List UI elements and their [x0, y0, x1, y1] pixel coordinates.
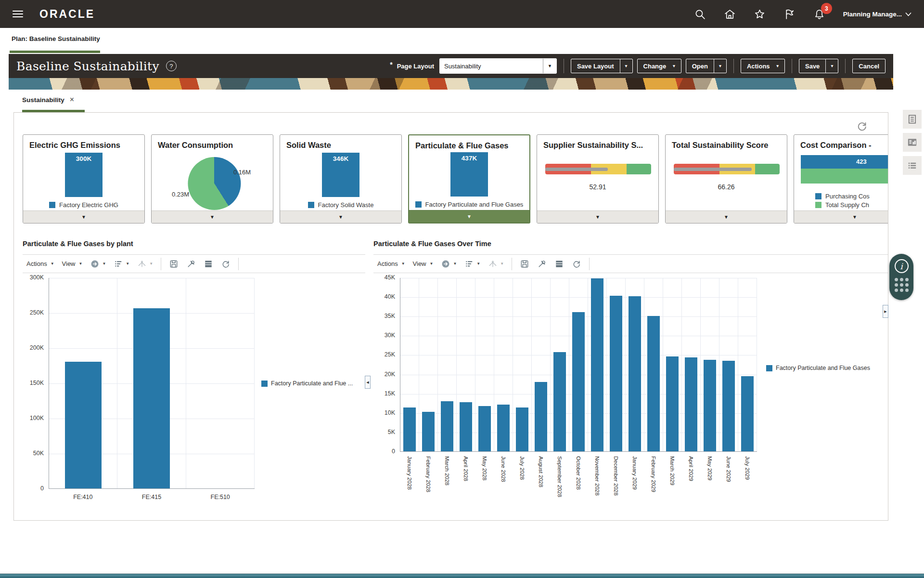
actions-menu[interactable]: Actions▼: [377, 260, 405, 267]
close-icon[interactable]: ×: [70, 96, 74, 104]
view-menu[interactable]: View▼: [62, 260, 83, 267]
card-expand-button[interactable]: ▼: [409, 210, 529, 223]
info-icon[interactable]: i: [895, 259, 909, 273]
divider: [589, 258, 590, 270]
chart-column: [475, 278, 494, 451]
kpi-card-solid-waste[interactable]: Solid Waste346KFactory Solid Waste▼: [280, 134, 402, 223]
kpi-card-particulate-flue-gases[interactable]: Particulate & Flue Gases437KFactory Part…: [408, 134, 530, 223]
page-layout-select[interactable]: Sustainability ▼: [439, 58, 557, 74]
table-view-icon[interactable]: [554, 259, 564, 269]
kpi-card-electric-ghg-emissions[interactable]: Electric GHG Emissions300KFactory Electr…: [23, 134, 145, 223]
card-expand-button[interactable]: ▼: [537, 210, 658, 223]
kpi-card-cost-comparison[interactable]: Cost Comparison - 423Purchasing CosTotal…: [794, 134, 888, 223]
actions-button[interactable]: Actions ▼: [741, 59, 785, 73]
menu-icon[interactable]: [13, 11, 23, 17]
view-menu[interactable]: View▼: [413, 260, 434, 267]
kpi-card-total-sustainability-score[interactable]: Total Sustainability Score66.26▼: [665, 134, 787, 223]
y-axis-tick: 0: [373, 448, 395, 455]
card-chart: 0.16M0.23M: [152, 156, 273, 195]
pie-slice-label: 0.23M: [172, 191, 189, 198]
x-axis-tick: March 2029: [663, 453, 682, 512]
home-icon[interactable]: [724, 8, 736, 20]
data-bar: [460, 402, 472, 451]
global-header: ORACLE 3 Planning Manage...: [0, 0, 924, 28]
refresh-icon[interactable]: [856, 120, 868, 132]
save-layout-button[interactable]: Save Layout ▼: [571, 59, 633, 73]
card-expand-button[interactable]: ▼: [152, 210, 273, 223]
notifications-bell-icon[interactable]: 3: [813, 8, 826, 20]
bar-value-label: 423: [856, 158, 867, 165]
sort-bars-icon[interactable]: ▼: [114, 259, 129, 269]
open-button[interactable]: Open ▼: [686, 59, 727, 73]
x-axis-tick: June 2029: [719, 453, 738, 512]
tab-sustainability[interactable]: Sustainability ×: [22, 96, 74, 104]
tools-icon[interactable]: [186, 259, 196, 269]
save-disk-icon[interactable]: [169, 259, 179, 269]
open-dropdown-icon[interactable]: ▼: [714, 59, 726, 73]
divider: [733, 59, 734, 73]
actions-menu[interactable]: Actions▼: [26, 260, 54, 267]
keypad-icon[interactable]: [895, 278, 909, 292]
kpi-card-supplier-sustainability-score[interactable]: Supplier Sustainability S...52.91▼: [537, 134, 659, 223]
chevron-down-icon: ▼: [338, 215, 343, 220]
page-view-icon[interactable]: [903, 110, 922, 129]
page-layout-dropdown-icon[interactable]: ▼: [543, 59, 556, 73]
chart-column: [551, 278, 569, 451]
drill-icon[interactable]: ▼: [441, 259, 457, 269]
cancel-button[interactable]: Cancel: [852, 59, 886, 73]
card-title: Cost Comparison -: [794, 135, 888, 150]
dashboard-view-icon[interactable]: [903, 133, 922, 152]
pie-chart: [188, 157, 241, 210]
x-axis-tick: May 2029: [701, 453, 719, 512]
card-expand-button[interactable]: ▼: [794, 210, 888, 223]
x-axis-tick: February 2029: [644, 453, 663, 512]
splitter-collapse-right[interactable]: ▶: [883, 305, 888, 318]
card-expand-button[interactable]: ▼: [666, 210, 787, 223]
splitter-collapse-left[interactable]: ◀: [365, 376, 371, 389]
search-icon[interactable]: [694, 8, 706, 20]
data-bar: 437K: [450, 152, 488, 197]
change-button[interactable]: Change ▼: [637, 59, 681, 73]
watchlist-flag-icon[interactable]: [783, 8, 796, 20]
oracle-logo[interactable]: ORACLE: [39, 8, 95, 21]
x-axis-tick-label: May 2029: [707, 456, 713, 481]
legend-label: Factory Particulate and Flue Gases: [776, 365, 870, 371]
side-view-rail: [903, 110, 922, 175]
x-axis-tick: August 2028: [531, 453, 550, 512]
page-layout-value[interactable]: Sustainability: [440, 59, 543, 73]
refresh-icon[interactable]: [572, 259, 581, 269]
data-bar: [610, 296, 622, 451]
gauge-meter: [674, 164, 780, 174]
user-menu[interactable]: Planning Manage...: [843, 11, 911, 18]
chart-column: [738, 278, 757, 451]
x-axis-tick: September 2028: [550, 453, 569, 512]
kpi-card-water-consumption[interactable]: Water Consumption0.16M0.23M▼: [151, 134, 273, 223]
gauge-needle: [674, 168, 752, 171]
list-view-icon[interactable]: [903, 156, 922, 175]
favorites-star-icon[interactable]: [754, 8, 766, 20]
save-layout-dropdown-icon[interactable]: ▼: [620, 59, 632, 73]
card-legend: Factory Electric GHG: [23, 201, 144, 209]
x-axis-tick-label: April 2029: [688, 456, 694, 481]
legend-swatch: [261, 381, 268, 387]
y-axis-tick: 40K: [373, 293, 395, 300]
card-expand-button[interactable]: ▼: [23, 210, 144, 223]
refresh-icon[interactable]: [221, 259, 231, 269]
data-bar: [666, 356, 679, 451]
chevron-down-icon: ▼: [776, 64, 784, 68]
x-axis-tick-label: February 2028: [425, 456, 431, 492]
tools-icon[interactable]: [537, 259, 547, 269]
drill-icon[interactable]: ▼: [90, 259, 106, 269]
save-dropdown-icon[interactable]: ▼: [825, 59, 838, 73]
help-icon[interactable]: ?: [166, 61, 177, 71]
table-view-icon[interactable]: [204, 259, 213, 269]
legend-swatch: [766, 365, 772, 371]
sort-bars-icon[interactable]: ▼: [464, 259, 480, 269]
chart-over-time: 45K40K35K30K25K20K15K10K5K0January 2028F…: [373, 275, 888, 519]
y-axis-tick: 150K: [23, 380, 44, 386]
x-axis-tick: January 2028: [400, 453, 419, 512]
card-expand-button[interactable]: ▼: [280, 210, 401, 223]
save-disk-icon[interactable]: [520, 259, 529, 269]
hbar-chart: 423: [801, 155, 888, 184]
save-button[interactable]: Save ▼: [799, 59, 838, 73]
